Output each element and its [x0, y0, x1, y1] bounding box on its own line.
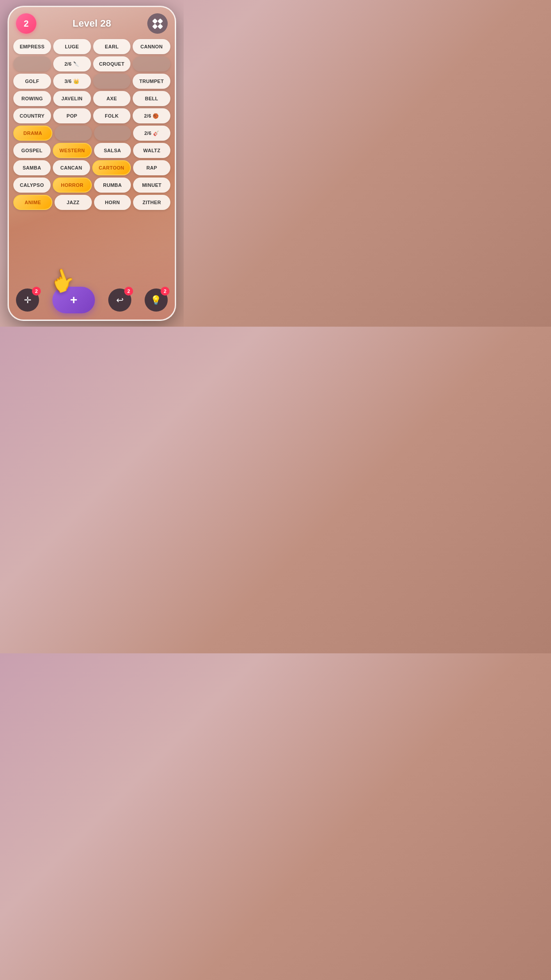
chip-progress-guitar[interactable]: 2/6 🎸 [133, 126, 170, 141]
chip-empress[interactable]: EMPRESS [13, 39, 51, 54]
main-content: 2 Level 28 EMPRESS LUGE EARL CANNON 2/6 … [9, 7, 175, 320]
chip-pop[interactable]: POP [53, 108, 91, 123]
row-3: ROWING JAVELIN AXE BELL [13, 91, 170, 106]
row-1: 2/6 🔪 CROQUET [13, 56, 170, 71]
chip-dim-2a [93, 74, 131, 89]
chip-luge[interactable]: LUGE [53, 39, 91, 54]
menu-icon [153, 19, 162, 28]
row-2: GOLF 3/6 👑 TRUMPET [13, 74, 170, 89]
word-grid: EMPRESS LUGE EARL CANNON 2/6 🔪 CROQUET G… [9, 37, 175, 283]
chip-dim-5a [55, 126, 92, 141]
chip-dim-5b [94, 126, 131, 141]
chip-rumba[interactable]: RUMBA [94, 178, 131, 193]
chip-progress-crown[interactable]: 3/6 👑 [53, 74, 91, 89]
bottom-bar: ✛ 2 + ↩ 2 💡 2 [9, 283, 175, 320]
chip-croquet[interactable]: CROQUET [93, 56, 131, 71]
chip-samba[interactable]: SAMBA [13, 160, 51, 175]
row-6: GOSPEL WESTERN SALSA WALTZ [13, 143, 170, 158]
row-8: CALYPSO HORROR RUMBA MINUET [13, 178, 170, 193]
header: 2 Level 28 [9, 7, 175, 37]
chip-zither[interactable]: ZITHER [133, 195, 170, 210]
row-9: ANIME JAZZ HORN ZITHER [13, 195, 170, 210]
move-icon: ✛ [24, 295, 31, 305]
chip-trumpet[interactable]: TRUMPET [133, 74, 170, 89]
chip-anime[interactable]: ANIME [13, 195, 52, 210]
chip-country[interactable]: COUNTRY [13, 108, 51, 123]
chip-calypso[interactable]: CALYPSO [13, 178, 51, 193]
menu-button[interactable] [147, 13, 168, 34]
add-icon: + [70, 293, 77, 307]
move-badge: 2 [32, 287, 41, 296]
hint-badge: 2 [161, 287, 169, 296]
chip-cannon[interactable]: CANNON [133, 39, 170, 54]
undo-icon: ↩ [116, 295, 124, 305]
row-4: COUNTRY POP FOLK 2/6 🏀 [13, 108, 170, 123]
chip-cancan[interactable]: CANCAN [53, 160, 90, 175]
chip-drama[interactable]: DRAMA [13, 126, 52, 141]
hint-button[interactable]: 💡 2 [145, 288, 168, 312]
chip-salsa[interactable]: SALSA [94, 143, 131, 158]
chip-progress-basketball[interactable]: 2/6 🏀 [133, 108, 170, 123]
chip-gospel[interactable]: GOSPEL [13, 143, 51, 158]
chip-horn[interactable]: HORN [94, 195, 131, 210]
level-title: Level 28 [73, 18, 111, 29]
row-0: EMPRESS LUGE EARL CANNON [13, 39, 170, 54]
chip-rowing[interactable]: ROWING [13, 91, 51, 106]
chip-folk[interactable]: FOLK [93, 108, 131, 123]
lives-count: 2 [24, 19, 28, 29]
undo-button[interactable]: ↩ 2 [108, 288, 131, 312]
chip-axe[interactable]: AXE [93, 91, 131, 106]
row-7: SAMBA CANCAN CARTOON RAP [13, 160, 170, 175]
phone-frame: 2 Level 28 EMPRESS LUGE EARL CANNON 2/6 … [8, 6, 176, 321]
chip-horror[interactable]: HORROR [53, 178, 92, 193]
chip-progress-knife[interactable]: 2/6 🔪 [53, 56, 91, 71]
chip-minuet[interactable]: MINUET [133, 178, 170, 193]
chip-jazz[interactable]: JAZZ [55, 195, 92, 210]
chip-bell[interactable]: BELL [133, 91, 170, 106]
undo-badge: 2 [124, 287, 133, 296]
row-5: DRAMA 2/6 🎸 [13, 126, 170, 141]
chip-earl[interactable]: EARL [93, 39, 131, 54]
lives-badge: 2 [16, 13, 36, 34]
hint-icon: 💡 [150, 295, 161, 305]
chip-dim-1a [13, 56, 51, 71]
chip-cartoon[interactable]: CARTOON [92, 160, 131, 175]
chip-western[interactable]: WESTERN [53, 143, 92, 158]
chip-rap[interactable]: RAP [133, 160, 170, 175]
chip-waltz[interactable]: WALTZ [133, 143, 170, 158]
chip-golf[interactable]: GOLF [13, 74, 51, 89]
chip-javelin[interactable]: JAVELIN [53, 91, 91, 106]
chip-dim-1b [133, 56, 170, 71]
move-button[interactable]: ✛ 2 [16, 288, 39, 312]
